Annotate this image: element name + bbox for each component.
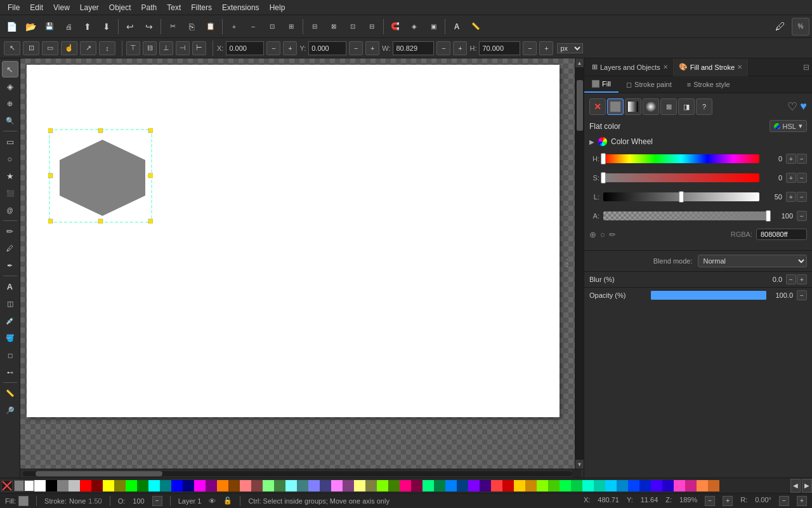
redo-button[interactable]: ↪ [140,18,158,36]
palette-color-swatch[interactable] [171,480,183,491]
palette-color-swatch[interactable] [571,480,582,491]
gray-swatch[interactable] [14,480,24,491]
ellipse-tool[interactable]: ○ [2,150,18,167]
palette-color-swatch[interactable] [457,480,468,491]
palette-color-swatch[interactable] [697,480,708,491]
w-plus[interactable]: + [453,41,467,55]
palette-color-swatch[interactable] [639,480,651,491]
palette-color-swatch[interactable] [422,480,434,491]
menu-extensions[interactable]: Extensions [217,2,265,13]
palette-color-swatch[interactable] [160,480,171,491]
unit-select[interactable]: pxmmcmin [557,43,583,53]
canvas[interactable]: ⋮ [20,58,575,469]
palette-color-swatch[interactable] [331,480,343,491]
rect-tool[interactable]: ▭ [2,133,18,150]
menu-view[interactable]: View [48,2,75,13]
eyedropper-tool[interactable]: 💉 [2,312,18,329]
s-minus-button[interactable]: + [786,173,796,183]
open-button[interactable]: 📂 [22,18,39,36]
zoom-in-button[interactable]: + [225,18,243,36]
palette-color-swatch[interactable] [57,480,69,491]
palette-color-swatch[interactable] [548,480,560,491]
scroll-track[interactable] [575,67,584,460]
palette-color-swatch[interactable] [651,480,662,491]
x-input[interactable] [226,41,264,55]
w-minus[interactable]: − [436,41,450,55]
opacity-minus-button[interactable]: − [797,290,807,300]
h-plus[interactable]: + [539,41,553,55]
unset-button[interactable]: ? [696,98,712,115]
search-tool[interactable]: 🔎 [2,402,18,418]
undo-button[interactable]: ↩ [121,18,139,36]
l-minus-button[interactable]: + [786,192,796,202]
fill-tab[interactable]: Fill [584,76,619,93]
palette-color-swatch[interactable] [605,480,617,491]
a-slider-thumb[interactable] [766,210,771,222]
measure-tool-tb[interactable]: 📏 [467,18,485,36]
snap-global[interactable]: % [792,18,809,36]
stroke-style-tab[interactable]: ≡ Stroke style [679,76,738,93]
palette-color-swatch[interactable] [662,480,674,491]
palette-color-swatch[interactable] [34,480,46,491]
palette-color-swatch[interactable] [46,480,57,491]
palette-color-swatch[interactable] [263,480,274,491]
tweak-tool[interactable]: ⊕ [2,95,18,112]
cut-button[interactable]: ✂ [164,18,181,36]
palette-color-swatch[interactable] [377,480,388,491]
palette-color-swatch[interactable] [297,480,308,491]
zoom-selection-button[interactable]: ⊞ [282,18,300,36]
opacity-slider[interactable] [651,291,766,300]
radial-gradient-button[interactable] [643,98,659,115]
palette-color-swatch[interactable] [148,480,160,491]
s-plus-button[interactable]: − [797,173,807,183]
palette-color-swatch[interactable] [251,480,263,491]
snap-bbox-button[interactable]: ▣ [424,18,442,36]
blur-plus-button[interactable]: + [797,274,807,284]
palette-color-swatch[interactable] [343,480,354,491]
swatch-button[interactable]: ◨ [678,98,695,115]
palette-color-swatch[interactable] [560,480,571,491]
zoom-out-button[interactable]: − [244,18,262,36]
snap-node-button[interactable]: ◈ [405,18,423,36]
node-tool[interactable]: ◈ [2,78,18,95]
color-wheel-row[interactable]: ▶ Color Wheel [589,137,807,146]
scale-btn[interactable]: ↕ [99,41,115,55]
menu-path[interactable]: Path [136,2,162,13]
menu-file[interactable]: File [3,2,25,13]
palette-color-swatch[interactable] [685,480,697,491]
palette-color-swatch[interactable] [400,480,411,491]
palette-color-swatch[interactable] [502,480,514,491]
star-tool[interactable]: ★ [2,168,18,184]
zoom-fit-button[interactable]: ⊡ [263,18,281,36]
measure-tool[interactable]: 📏 [2,385,18,401]
palette-color-swatch[interactable] [240,480,251,491]
pattern-button[interactable]: ⊞ [660,98,677,115]
zoom-tool[interactable]: 🔍 [2,112,18,129]
align-tleft-btn[interactable]: ⊣ [176,41,190,55]
palette-color-swatch[interactable] [514,480,525,491]
zoom-minus-button[interactable]: − [705,496,715,506]
h-plus-button[interactable]: − [797,154,807,164]
text-tool-tb[interactable]: A [448,18,466,36]
rotate-minus-button[interactable]: − [779,496,789,506]
eyedropper-icon[interactable]: ✏ [609,230,616,239]
palette-color-swatch[interactable] [445,480,457,491]
copy-color-icon[interactable]: ⊕ [589,230,596,239]
palette-color-swatch[interactable] [228,480,240,491]
menu-edit[interactable]: Edit [25,2,48,13]
align-left-button[interactable]: ⊟ [306,18,324,36]
paste-button[interactable]: 📋 [202,18,219,36]
palette-color-swatch[interactable] [69,480,80,491]
export-button[interactable]: ⬇ [98,18,115,36]
palette-color-swatch[interactable] [137,480,148,491]
y-input[interactable] [308,41,346,55]
palette-color-swatch[interactable] [114,480,126,491]
paste-color-icon[interactable]: ○ [600,230,605,239]
pencil-tool[interactable]: ✏ [2,223,18,239]
align-right-button[interactable]: ⊡ [344,18,362,36]
palette-color-swatch[interactable] [388,480,400,491]
align-center-button[interactable]: ⊠ [325,18,343,36]
canvas-options-button[interactable]: ⋮ [562,258,572,269]
3dbox-tool[interactable]: ⬛ [2,185,18,201]
paint-bucket-tool[interactable]: 🪣 [2,330,18,346]
